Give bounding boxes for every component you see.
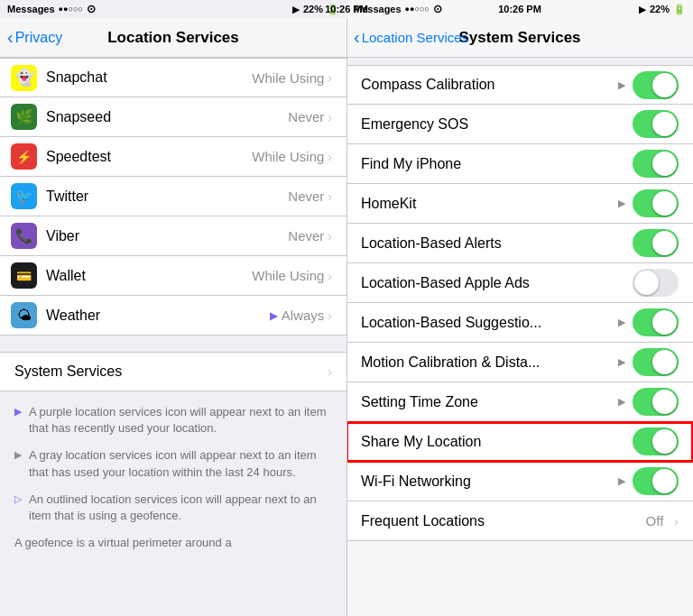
compass-location-icon: ▶ — [618, 79, 625, 91]
find-my-iphone-label: Find My iPhone — [361, 156, 625, 172]
time-right: 10:26 PM — [498, 4, 541, 14]
chevron-right-icon: › — [328, 308, 332, 323]
homekit-location-icon: ▶ — [618, 198, 625, 209]
speedtest-value: While Using › — [252, 149, 332, 164]
list-item-snapseed[interactable]: 🌿 Snapseed Never › — [0, 97, 346, 137]
info-item-outline: ▷ An outlined location services icon wil… — [14, 492, 332, 524]
share-my-location-label: Share My Location — [361, 434, 625, 450]
back-label-right: Location Services — [362, 30, 468, 45]
left-back-button[interactable]: ‹ Privacy — [7, 29, 62, 46]
wifi-icon-left: ⊙ — [87, 3, 96, 15]
frequent-locations-arrow: › — [674, 514, 679, 529]
list-item-snapchat[interactable]: 👻 Snapchat While Using › — [0, 58, 346, 97]
wallet-label: Wallet — [46, 268, 243, 284]
twitter-value: Never › — [288, 188, 332, 204]
list-item-location-apple-ads[interactable]: Location-Based Apple Ads — [346, 263, 693, 303]
weather-value: ▶ Always › — [270, 308, 332, 323]
info-item-gray: ▶ A gray location services icon will app… — [14, 447, 332, 480]
homekit-label: HomeKit — [361, 196, 611, 212]
motion-calibration-toggle[interactable] — [633, 348, 679, 376]
location-suggestions-label: Location-Based Suggestio... — [361, 315, 611, 331]
location-apple-ads-label: Location-Based Apple Ads — [361, 275, 625, 291]
speedtest-label: Speedtest — [46, 149, 243, 165]
info-item-geofence: A geofence is a virtual perimeter around… — [14, 535, 332, 551]
homekit-toggle[interactable] — [633, 189, 679, 217]
chevron-right-icon: › — [328, 70, 332, 85]
system-services-item[interactable]: System Services › — [0, 352, 346, 391]
emergency-sos-label: Emergency SOS — [361, 116, 625, 133]
setting-time-zone-label: Setting Time Zone — [361, 394, 611, 410]
find-my-iphone-toggle[interactable] — [633, 150, 679, 178]
chevron-right-icon: › — [328, 189, 332, 204]
location-suggestions-toggle[interactable] — [633, 308, 679, 336]
right-nav-bar: ‹ Location Services System Services — [346, 18, 693, 58]
wifi-networking-toggle[interactable] — [633, 467, 679, 495]
location-apple-ads-toggle[interactable] — [633, 269, 679, 297]
weather-label: Weather — [46, 308, 261, 324]
chevron-right-icon: › — [328, 229, 332, 244]
emergency-sos-toggle[interactable] — [633, 110, 679, 138]
list-item-homekit[interactable]: HomeKit ▶ — [346, 184, 693, 224]
location-alerts-label: Location-Based Alerts — [361, 235, 625, 252]
status-bar-right: Messages ●●○○○ ⊙ 10:26 PM ▶ 22% 🔋 — [346, 0, 693, 18]
status-bar-left: Messages ●●○○○ ⊙ 10:26 PM ▶ 22% 🔋 — [0, 0, 346, 18]
list-item-wallet[interactable]: 💳 Wallet While Using › — [0, 256, 346, 296]
motion-calibration-label: Motion Calibration & Dista... — [361, 354, 611, 371]
list-item-weather[interactable]: 🌤 Weather ▶ Always › — [0, 296, 346, 336]
list-item-location-alerts[interactable]: Location-Based Alerts — [346, 224, 693, 263]
system-services-list: Compass Calibration ▶ Emergency SOS Find… — [346, 65, 693, 541]
chevron-right-icon: › — [328, 150, 332, 164]
back-chevron-right-icon: ‹ — [354, 28, 360, 46]
panel-divider — [346, 0, 347, 616]
time-left: 10:26 PM — [325, 4, 368, 14]
list-item-emergency-sos[interactable]: Emergency SOS — [346, 105, 693, 144]
list-item-viber[interactable]: 📞 Viber Never › — [0, 216, 346, 256]
compass-label: Compass Calibration — [361, 77, 611, 93]
snapchat-value: While Using › — [252, 70, 332, 86]
signal-left: ●●○○○ — [59, 5, 83, 14]
wallet-icon: 💳 — [11, 262, 37, 289]
frequent-locations-label: Frequent Locations — [361, 513, 639, 529]
left-nav-bar: ‹ Privacy Location Services — [0, 18, 346, 58]
info-text-geofence: A geofence is a virtual perimeter around… — [14, 535, 232, 551]
info-text-gray: A gray location services icon will appea… — [29, 447, 332, 480]
right-back-button[interactable]: ‹ Location Services — [354, 29, 468, 46]
outline-location-icon: ▷ — [14, 493, 22, 505]
right-nav-title: System Services — [458, 29, 580, 47]
wifi-networking-label: Wi-Fi Networking — [361, 473, 611, 490]
battery-right: 22% — [650, 4, 670, 14]
weather-icon: 🌤 — [11, 302, 37, 328]
list-item-find-my-iphone[interactable]: Find My iPhone — [346, 144, 693, 184]
twitter-icon: 🐦 — [11, 183, 37, 209]
twitter-label: Twitter — [46, 188, 279, 205]
wifi-icon-right: ⊙ — [433, 3, 442, 15]
list-item-speedtest[interactable]: ⚡ Speedtest While Using › — [0, 137, 346, 177]
list-item-compass[interactable]: Compass Calibration ▶ — [346, 65, 693, 105]
snapseed-value: Never › — [288, 109, 332, 124]
location-suggestions-icon: ▶ — [618, 317, 625, 328]
list-item-setting-time-zone[interactable]: Setting Time Zone ▶ — [346, 382, 693, 422]
share-my-location-toggle[interactable] — [633, 428, 679, 455]
location-alerts-toggle[interactable] — [633, 229, 679, 257]
info-item-purple: ▶ A purple location services icon will a… — [14, 404, 332, 437]
right-panel: ‹ Location Services System Services Comp… — [346, 18, 693, 616]
info-text-purple: A purple location services icon will app… — [29, 404, 332, 437]
compass-toggle[interactable] — [633, 71, 679, 99]
list-item-share-my-location[interactable]: Share My Location — [346, 422, 693, 462]
list-item-wifi-networking[interactable]: Wi-Fi Networking ▶ — [346, 462, 693, 501]
list-item-location-suggestions[interactable]: Location-Based Suggestio... ▶ — [346, 303, 693, 343]
viber-label: Viber — [46, 228, 279, 244]
carrier-left: Messages — [7, 4, 55, 14]
viber-icon: 📞 — [11, 223, 37, 249]
list-item-motion-calibration[interactable]: Motion Calibration & Dista... ▶ — [346, 343, 693, 382]
app-list: 👻 Snapchat While Using › 🌿 Snapseed Neve… — [0, 58, 346, 336]
left-panel: ‹ Privacy Location Services 👻 Snapchat W… — [0, 18, 346, 616]
info-block: ▶ A purple location services icon will a… — [0, 391, 346, 569]
wallet-value: While Using › — [252, 268, 332, 283]
setting-time-zone-toggle[interactable] — [633, 388, 679, 416]
purple-location-icon: ▶ — [14, 406, 22, 418]
battery-left: 22% — [303, 4, 323, 14]
list-item-frequent-locations[interactable]: Frequent Locations Off › — [346, 501, 693, 541]
list-item-twitter[interactable]: 🐦 Twitter Never › — [0, 177, 346, 216]
location-icon-left: ▶ — [292, 5, 300, 14]
